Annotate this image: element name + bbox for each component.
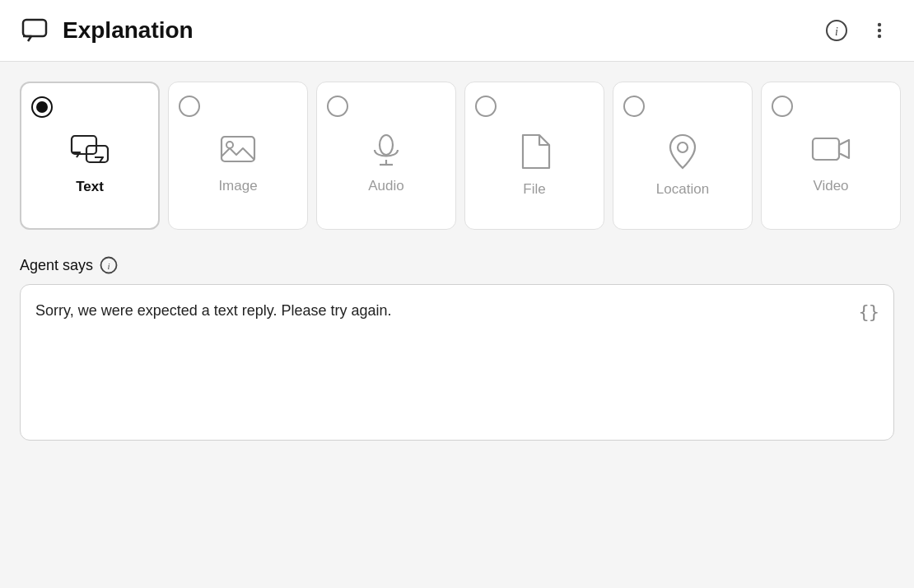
svg-rect-14	[813, 138, 839, 160]
image-type-icon	[218, 132, 258, 168]
type-card-text[interactable]: Text	[20, 82, 160, 230]
type-label-audio: Audio	[368, 178, 403, 194]
header-actions: i	[822, 16, 894, 45]
info-button[interactable]: i	[822, 16, 851, 45]
code-template-button[interactable]: {}	[859, 301, 879, 322]
type-selector: Text Image	[0, 62, 914, 230]
type-label-image: Image	[218, 178, 257, 194]
chat-icon	[20, 15, 51, 46]
type-label-location: Location	[656, 181, 709, 198]
text-type-icon	[68, 133, 111, 169]
agent-says-section: Agent says i {}	[0, 230, 914, 460]
type-label-file: File	[523, 181, 545, 198]
type-label-text: Text	[76, 179, 104, 195]
file-type-icon	[516, 132, 553, 171]
svg-point-9	[226, 142, 233, 148]
agent-textarea-wrapper: {}	[20, 284, 894, 441]
type-card-image[interactable]: Image	[168, 82, 308, 230]
svg-text:i: i	[108, 261, 110, 271]
type-card-video[interactable]: Video	[761, 82, 901, 230]
radio-audio	[327, 96, 348, 117]
radio-text	[31, 96, 53, 118]
explanation-panel: Explanation i	[0, 0, 914, 588]
video-type-icon	[809, 132, 852, 168]
agent-says-info-button[interactable]: i	[100, 256, 118, 274]
type-label-video: Video	[813, 178, 848, 194]
radio-location	[623, 96, 645, 117]
type-card-audio[interactable]: Audio	[316, 82, 456, 230]
svg-point-13	[678, 142, 688, 152]
agent-says-text: Agent says	[20, 257, 93, 274]
location-type-icon	[665, 132, 701, 171]
svg-point-5	[878, 35, 881, 38]
radio-video	[772, 96, 793, 117]
svg-rect-0	[23, 20, 46, 36]
svg-point-3	[878, 23, 881, 26]
radio-image	[179, 96, 200, 117]
more-menu-button[interactable]	[865, 16, 894, 45]
svg-point-4	[878, 29, 881, 32]
agent-says-label: Agent says i	[20, 256, 894, 274]
panel-header: Explanation i	[0, 0, 914, 62]
svg-text:i: i	[835, 26, 838, 38]
svg-rect-8	[222, 137, 254, 161]
type-card-file[interactable]: File	[464, 82, 604, 230]
agent-says-textarea[interactable]	[35, 300, 851, 415]
panel-title: Explanation	[63, 17, 822, 44]
svg-point-10	[380, 135, 393, 155]
type-card-location[interactable]: Location	[613, 82, 753, 230]
audio-type-icon	[366, 132, 406, 168]
radio-file	[475, 96, 497, 117]
